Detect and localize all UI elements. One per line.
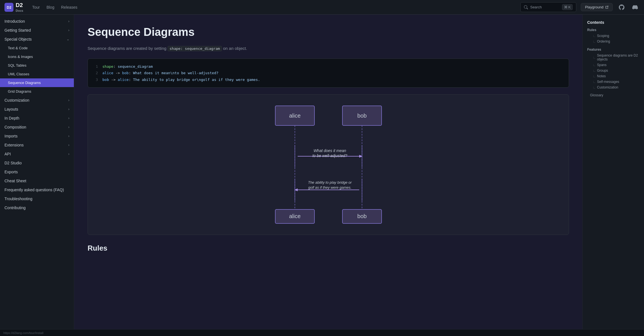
main-content: Sequence Diagrams Sequence diagrams are … <box>74 15 582 329</box>
nav-tour[interactable]: Tour <box>32 4 40 11</box>
external-link-icon <box>605 6 608 9</box>
sidebar: Introduction › Getting Started › Special… <box>0 15 74 329</box>
sidebar-item-contributing[interactable]: Contributing <box>0 203 74 212</box>
chevron-right-icon: › <box>68 28 69 32</box>
sidebar-item-imports[interactable]: Imports › <box>0 132 74 141</box>
sidebar-item-extensions[interactable]: Extensions › <box>0 141 74 150</box>
chevron-right-icon: › <box>68 116 69 120</box>
sidebar-item-in-depth[interactable]: In Depth › <box>0 114 74 123</box>
discord-button[interactable] <box>631 3 640 12</box>
search-icon <box>524 5 528 9</box>
github-button[interactable] <box>617 3 626 12</box>
chevron-right-icon: › <box>68 125 69 129</box>
sidebar-item-faq[interactable]: Frequently asked questions (FAQ) <box>0 185 74 194</box>
nav-blog[interactable]: Blog <box>46 4 54 11</box>
sidebar-item-introduction[interactable]: Introduction › <box>0 17 74 26</box>
svg-text:alice: alice <box>289 213 300 219</box>
toc-item-customization[interactable]: Customization <box>587 85 640 90</box>
sidebar-item-composition[interactable]: Composition › <box>0 123 74 132</box>
code-line-1: 1 shape: sequence_diagram <box>93 63 563 70</box>
sidebar-item-cheat-sheet[interactable]: Cheat Sheet <box>0 176 74 185</box>
toc-section-features: Features <box>587 48 640 52</box>
status-bar: https://d2lang.com/tour/install <box>0 329 644 336</box>
toc-item-scoping[interactable]: Scoping <box>587 33 640 39</box>
svg-text:bob: bob <box>357 213 366 219</box>
sidebar-item-grid-diagrams[interactable]: Grid Diagrams <box>0 87 74 96</box>
chevron-right-icon: › <box>68 152 69 156</box>
playground-button[interactable]: Playground <box>581 3 613 11</box>
chevron-right-icon: › <box>68 98 69 102</box>
sidebar-item-special-objects[interactable]: Special Objects ⌄ <box>0 35 74 44</box>
topnav: D2 D2 Docs Tour Blog Releases Search ⌘ K… <box>0 0 644 15</box>
sidebar-item-icons-images[interactable]: Icons & Images <box>0 52 74 61</box>
sidebar-item-text-code[interactable]: Text & Code <box>0 44 74 52</box>
page-title: Sequence Diagrams <box>88 26 569 38</box>
svg-text:to be well-adjusted?: to be well-adjusted? <box>312 153 347 158</box>
logo-icon: D2 <box>4 3 13 12</box>
toc-title: Contents <box>587 20 640 25</box>
inline-code-shape: shape: sequence_diagram <box>168 46 222 51</box>
chevron-down-icon: ⌄ <box>67 37 69 41</box>
chevron-right-icon: › <box>68 134 69 138</box>
status-url: https://d2lang.com/tour/install <box>3 331 43 335</box>
chevron-right-icon: › <box>68 107 69 111</box>
main-layout: Introduction › Getting Started › Special… <box>0 15 644 329</box>
sequence-diagram-preview: alice bob What does it mean to be well-a… <box>88 94 569 235</box>
sidebar-item-api[interactable]: API › <box>0 150 74 158</box>
sidebar-item-exports[interactable]: Exports <box>0 167 74 176</box>
toc-item-groups[interactable]: Groups <box>587 68 640 73</box>
sidebar-item-getting-started[interactable]: Getting Started › <box>0 26 74 35</box>
nav-right: Search ⌘ K Playground <box>520 2 640 12</box>
svg-text:bob: bob <box>357 113 366 119</box>
toc-item-glossary[interactable]: Glossary <box>587 92 640 98</box>
toc-item-notes[interactable]: Notes <box>587 73 640 79</box>
sequence-diagram-svg: alice bob What does it mean to be well-a… <box>261 100 396 229</box>
chevron-right-icon: › <box>68 143 69 147</box>
nav-releases[interactable]: Releases <box>61 4 77 11</box>
sidebar-item-uml-classes[interactable]: UML Classes <box>0 70 74 78</box>
toc-item-ordering[interactable]: Ordering <box>587 39 640 44</box>
code-line-2: 2 alice -> bob: What does it mean\nto be… <box>93 70 563 76</box>
logo[interactable]: D2 D2 Docs <box>4 2 23 12</box>
svg-text:golf as if they were games.: golf as if they were games. <box>308 185 351 190</box>
code-block: 1 shape: sequence_diagram 2 alice -> bob… <box>88 59 569 88</box>
chevron-right-icon: › <box>68 19 69 23</box>
nav-links: Tour Blog Releases <box>32 4 77 11</box>
sidebar-item-sql-tables[interactable]: SQL Tables <box>0 61 74 70</box>
svg-text:alice: alice <box>289 113 300 119</box>
toc-section-rules: Rules <box>587 28 640 32</box>
toc-item-spans[interactable]: Spans <box>587 62 640 68</box>
svg-text:D2: D2 <box>7 5 11 10</box>
table-of-contents: Contents Rules Scoping Ordering Features… <box>582 15 644 329</box>
intro-paragraph: Sequence diagrams are created by setting… <box>88 45 569 52</box>
sidebar-item-d2-studio[interactable]: D2 Studio <box>0 158 74 167</box>
svg-text:What does it mean: What does it mean <box>313 148 346 153</box>
logo-text: D2 Docs <box>16 2 23 12</box>
search-box[interactable]: Search ⌘ K <box>520 2 576 12</box>
search-label: Search <box>530 5 560 9</box>
toc-item-self-messages[interactable]: Self-messages <box>587 79 640 85</box>
sidebar-item-sequence-diagrams[interactable]: Sequence Diagrams <box>0 78 74 87</box>
sidebar-item-troubleshooting[interactable]: Troubleshooting <box>0 194 74 203</box>
code-line-3: 3 bob -> alice: The ability to play brid… <box>93 76 563 83</box>
sidebar-item-layouts[interactable]: Layouts › <box>0 105 74 114</box>
rules-heading: Rules <box>88 244 569 253</box>
search-shortcut: ⌘ K <box>562 4 573 10</box>
sidebar-item-customization[interactable]: Customization › <box>0 96 74 105</box>
toc-item-d2objects[interactable]: Sequence diagrams are D2 objects <box>587 53 640 62</box>
svg-text:The ability to play bridge or: The ability to play bridge or <box>308 180 352 185</box>
